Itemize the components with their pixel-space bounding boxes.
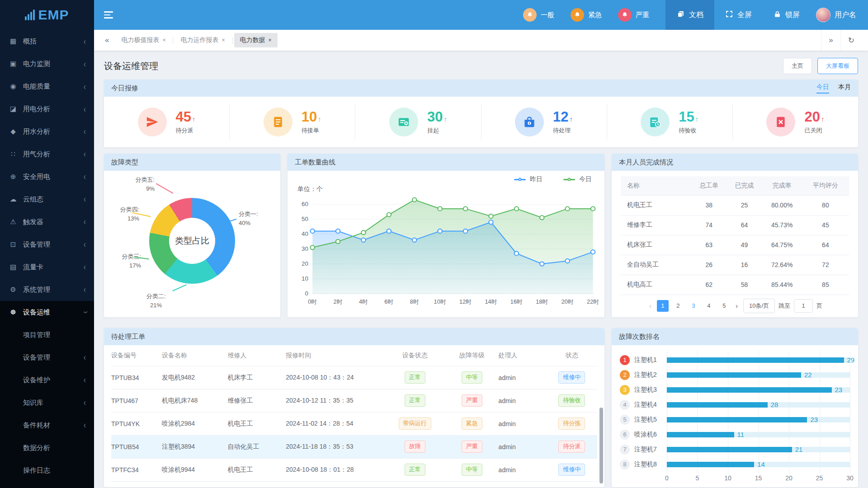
- rank-row-注塑机4: 4注塑机428: [620, 397, 850, 412]
- svg-text:20时: 20时: [561, 299, 574, 305]
- sidebar-subitem-项目管理[interactable]: 项目管理: [0, 324, 94, 346]
- page-number-4[interactable]: 4: [703, 300, 715, 312]
- chevron-left-icon: ‹: [84, 58, 86, 69]
- donut-label-分类一: 分类一:40%: [239, 210, 274, 227]
- bar: [667, 462, 754, 467]
- table-cell: 机电高工: [621, 275, 691, 295]
- toggle-today[interactable]: 今日: [816, 83, 829, 94]
- page-number-2[interactable]: 2: [672, 300, 684, 312]
- slice-name: 分类三:: [122, 253, 141, 260]
- tab-电力数据[interactable]: 电力数据×: [234, 33, 278, 47]
- sidebar-item-云组态[interactable]: ☁云组态‹: [0, 188, 94, 211]
- state-badge[interactable]: 待分派: [558, 441, 585, 452]
- cell-device-no: TPTUB34: [111, 366, 162, 389]
- nav-item-全屏[interactable]: 全屏: [714, 0, 763, 30]
- table-row[interactable]: TPTUB34发电机9482机床李工2024-10-08 10：43：24正常中…: [111, 366, 597, 389]
- sidebar-item-用电分析[interactable]: ◪用电分析‹: [0, 98, 94, 120]
- page-size-select[interactable]: 10条/页: [743, 299, 775, 313]
- sidebar-item-设备管理[interactable]: ⊡设备管理‹: [0, 233, 94, 256]
- state-badge[interactable]: 维修中: [558, 464, 585, 475]
- stat-value-row: 45↑: [176, 110, 196, 124]
- table-row[interactable]: 机电王工382580.00%80: [621, 195, 849, 215]
- legend-item-昨日[interactable]: 昨日: [514, 175, 542, 183]
- table-row[interactable]: TPTUB54注塑机3894自动化吴工2024-11-18 18：35：53故障…: [111, 435, 597, 458]
- column-header-名称: 名称: [621, 176, 691, 195]
- table-row[interactable]: 机电高工625885.44%85: [621, 275, 849, 295]
- svg-text:18时: 18时: [536, 299, 548, 305]
- stat-card-待接单[interactable]: 10↑待接单: [230, 104, 355, 140]
- nav-item-文档[interactable]: 文档: [665, 0, 714, 30]
- sidebar-item-用气分析[interactable]: ∷用气分析‹: [0, 143, 94, 165]
- sidebar-item-电力监测[interactable]: ▣电力监测‹: [0, 52, 94, 75]
- jump-page-input[interactable]: [794, 299, 813, 313]
- state-badge[interactable]: 待分拣: [558, 418, 585, 429]
- stat-card-待分派[interactable]: 45↑待分派: [104, 104, 230, 140]
- table-row[interactable]: 维修李工746445.73%45: [621, 215, 849, 235]
- cell-level: 中等: [445, 366, 499, 389]
- sidebar-subitem-操作日志[interactable]: 操作日志: [0, 459, 94, 482]
- table-row[interactable]: TPTFC34喷涂机9944机电王工2024-10-08 18：01：28正常中…: [111, 458, 597, 481]
- sidebar-item-触发器[interactable]: ⚠触发器‹: [0, 211, 94, 233]
- page-number-3[interactable]: 3: [688, 300, 699, 312]
- sidebar-subitem-设备管理[interactable]: 设备管理‹: [0, 346, 94, 369]
- close-icon[interactable]: ×: [222, 37, 225, 43]
- sidebar-item-概括[interactable]: ▦概括‹: [0, 30, 94, 52]
- next-page-icon[interactable]: ›: [734, 302, 740, 310]
- legend-item-今日[interactable]: 今日: [563, 175, 592, 183]
- sidebar-item-设备运维[interactable]: ☸设备运维‹: [0, 301, 94, 324]
- page-number-5[interactable]: 5: [718, 300, 730, 312]
- menu-fold-icon[interactable]: [104, 11, 113, 19]
- page-number-1[interactable]: 1: [657, 300, 669, 312]
- sidebar-item-流量卡[interactable]: ▤流量卡‹: [0, 256, 94, 278]
- staff-table-body: 机电王工382580.00%80维修李工746445.73%45机床张工6349…: [621, 195, 849, 295]
- state-badge[interactable]: 维修中: [558, 371, 585, 383]
- tabs-collapse-icon[interactable]: «: [100, 36, 113, 45]
- stat-card-已关闭[interactable]: 20↑已关闭: [733, 104, 858, 140]
- sidebar-subitem-设备维护[interactable]: 设备维护‹: [0, 369, 94, 391]
- table-row[interactable]: TPTU467机电机床748维修张工2024-10-12 11：35：35正常严…: [111, 389, 597, 412]
- toggle-month[interactable]: 本月: [838, 83, 851, 94]
- cell-level: 中等: [445, 458, 499, 481]
- sidebar-item-电能质量[interactable]: ◉电能质量‹: [0, 75, 94, 98]
- sidebar-subitem-备件耗材[interactable]: 备件耗材‹: [0, 414, 94, 436]
- table-row[interactable]: 全自动吴工261672.64%72: [621, 255, 849, 275]
- tab-label: 电力极值报表: [121, 36, 159, 44]
- table-row[interactable]: TPTU4YK喷涂机2984机电王工2024-11-02 14：28：54带病运…: [111, 412, 597, 435]
- cell-device-no: TPTU4YK: [111, 412, 162, 435]
- close-icon[interactable]: ×: [162, 37, 165, 43]
- cell-handler: admin: [499, 389, 547, 412]
- close-icon[interactable]: ×: [269, 37, 272, 43]
- tab-电力运作报表[interactable]: 电力运作报表×: [175, 33, 231, 47]
- stat-card-待验收[interactable]: 15↑待验收: [607, 104, 733, 140]
- stat-card-待处理[interactable]: 12↑待处理: [481, 104, 607, 140]
- cell-person: 自动化吴工: [228, 435, 286, 458]
- big-screen-button[interactable]: 大屏看板: [817, 58, 858, 74]
- suspend-card-icon: [389, 108, 418, 136]
- stat-card-挂起[interactable]: 30↑挂起: [355, 104, 481, 140]
- table-row[interactable]: 机床张工634964.75%64: [621, 235, 849, 255]
- tabs-expand-icon[interactable]: »: [821, 30, 840, 51]
- sidebar-subitem-数据分析[interactable]: 数据分析: [0, 436, 94, 459]
- user-menu[interactable]: 用户名: [811, 0, 868, 30]
- sidebar-item-安全用电[interactable]: ⊕安全用电‹: [0, 165, 94, 188]
- prev-page-icon[interactable]: ‹: [647, 302, 653, 310]
- rank-badge: 6: [620, 430, 630, 440]
- trend-up-icon: ↑: [821, 115, 825, 123]
- state-badge[interactable]: 待验收: [558, 394, 585, 406]
- line-chart-canvas: 01020304050600时2时4时6时8时10时12时14时16时18时20…: [292, 194, 600, 310]
- status-badge: 带病运行: [399, 418, 431, 429]
- column-header-完成率: 完成率: [762, 176, 802, 195]
- nav-item-锁屏[interactable]: 锁屏: [763, 0, 811, 30]
- sidebar-item-系统管理[interactable]: ⚙系统管理‹: [0, 278, 94, 301]
- logo[interactable]: EMP: [0, 0, 94, 30]
- alert-一般[interactable]: 一般: [523, 8, 554, 22]
- send-plane-icon: [138, 108, 167, 136]
- table-scrollbar-thumb[interactable]: [599, 408, 603, 483]
- home-button[interactable]: 主页: [783, 58, 812, 74]
- alert-严重[interactable]: 严重: [618, 8, 649, 22]
- alert-紧急[interactable]: 紧急: [571, 8, 602, 22]
- sidebar-item-用水分析[interactable]: ◆用水分析‹: [0, 120, 94, 143]
- sidebar-subitem-知识库[interactable]: 知识库‹: [0, 391, 94, 414]
- tabs-refresh-icon[interactable]: ↻: [840, 30, 862, 51]
- tab-电力极值报表[interactable]: 电力极值报表×: [115, 33, 171, 47]
